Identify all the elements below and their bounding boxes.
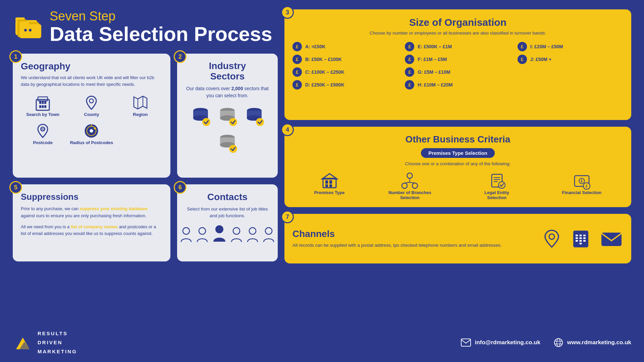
step5-content: 5 Suppressions Prior to any purchase, we… (13, 184, 170, 261)
turnover-label-A: A: <£50K (305, 44, 325, 49)
svg-point-16 (90, 99, 94, 103)
svg-rect-39 (325, 180, 328, 184)
step5-title: Suppressions (21, 192, 162, 202)
turnover-label-F: F: £1M – £5M (418, 57, 447, 62)
logo-line1: RESULTS (38, 329, 77, 338)
svg-point-65 (265, 228, 272, 234)
svg-line-48 (405, 182, 410, 183)
svg-point-60 (183, 228, 190, 234)
step2-content: 2 IndustrySectors Our data covers over 2… (177, 54, 278, 178)
step3-sub: Choose by number or employees or all bus… (292, 30, 623, 37)
step3-badge: 3 (281, 6, 294, 19)
footer-website-text: www.rdmarketing.co.uk (567, 339, 631, 346)
person-icon-4 (246, 227, 259, 244)
footer: RESULTS DRIVEN MARKETING info@rdmarketin… (13, 329, 631, 356)
turnover-label-G: G: £5M – £10M (418, 69, 450, 75)
turnover-J: £ J: £50M + (518, 55, 623, 64)
svg-point-37 (229, 145, 237, 153)
svg-rect-78 (601, 233, 622, 246)
svg-point-23 (90, 129, 93, 133)
turnover-C: £ C: £100K – £250K (292, 67, 398, 77)
svg-rect-40 (329, 180, 332, 184)
header: Seven Step Data Selection Process (13, 9, 272, 45)
logo-line2: DRIVEN (38, 338, 77, 347)
turnover-empty2 (518, 80, 623, 89)
turnover-grid: £ A: <£50K £ E: £500K – £1M £ I: £20M – … (292, 42, 623, 89)
svg-rect-15 (44, 105, 46, 108)
svg-rect-74 (576, 240, 578, 242)
turnover-A: £ A: <£50K (292, 42, 398, 51)
turnover-label-J: J: £50M + (530, 57, 551, 62)
step4-content: 4 Other Business Criteria Premises Type … (284, 127, 631, 207)
header-text: Seven Step Data Selection Process (50, 9, 272, 45)
svg-rect-9 (38, 97, 48, 101)
step1-card: 1 Geography We understand that not all c… (13, 54, 170, 178)
svg-point-64 (249, 228, 256, 234)
svg-point-28 (202, 118, 210, 126)
step1-title: Geography (21, 61, 162, 72)
turnover-H: £ H: £10M – £20M (405, 80, 511, 89)
svg-point-61 (199, 228, 206, 234)
geo-item-radius: Radius of Postcodes (69, 122, 113, 145)
step4-sub: Choose one or a combination of any of th… (292, 161, 623, 166)
pound-icon-F: £ (405, 55, 414, 64)
geo-icons-grid: Search by Town County (21, 94, 162, 145)
db-icons (185, 105, 270, 155)
step6-content: 6 Contacts Select from our extensive lis… (177, 184, 278, 261)
step4-branches-label: Number of Branches Selection (388, 190, 432, 200)
svg-point-45 (412, 183, 418, 188)
step2-body: Our data covers over 2,000 sectors that … (185, 85, 270, 99)
turnover-label-D: D: £250K – £500K (305, 82, 344, 87)
step4-card: 4 Other Business Criteria Premises Type … (284, 127, 631, 207)
svg-rect-77 (580, 243, 582, 244)
svg-rect-70 (583, 235, 586, 236)
turnover-label-E: E: £500K – £1M (418, 44, 452, 49)
step3-title: Size of Organisation (292, 17, 623, 28)
turnover-empty (518, 67, 623, 77)
pound-icon-E: £ (405, 42, 414, 51)
svg-point-54 (498, 182, 505, 188)
step7-body: All records can be supplied with a posta… (292, 242, 502, 249)
step4-legal: Legal Entity Selection (475, 172, 519, 200)
turnover-F: £ F: £1M – £5M (405, 55, 511, 64)
database-icon-4 (216, 131, 239, 155)
step4-premises-label: Premises Type (314, 190, 345, 195)
person-icon-1 (179, 227, 193, 244)
step6-title: Contacts (207, 192, 248, 202)
step5-body1: Prior to any purchase, we can suppress y… (21, 205, 162, 220)
rdm-logo-icon (13, 334, 33, 351)
svg-rect-73 (583, 237, 586, 239)
person-icon-5 (262, 227, 275, 244)
map-icon (131, 94, 150, 112)
geo-item-town: Search by Town (21, 94, 65, 117)
supp-link: suppress your existing database (80, 206, 148, 211)
svg-line-49 (410, 182, 415, 183)
branches-icon (400, 172, 419, 190)
svg-rect-14 (42, 105, 44, 108)
legal-icon (488, 172, 506, 190)
geo-item-county: County (69, 94, 113, 117)
person-icons-row (179, 225, 275, 244)
step4-financial: £ £ Financial Selection (562, 172, 602, 195)
svg-marker-17 (134, 96, 147, 109)
step3-content: 3 Size of Organisation Choose by number … (284, 9, 631, 120)
step4-title: Other Business Criteria (292, 134, 623, 145)
svg-rect-13 (39, 105, 41, 108)
pin-icon (82, 94, 101, 112)
phone-icon (570, 228, 592, 250)
svg-point-6 (24, 29, 27, 32)
step7-title: Channels (292, 229, 502, 239)
svg-point-46 (407, 173, 413, 178)
header-title: Data Selection Process (50, 23, 272, 45)
database-icon-2 (216, 105, 239, 128)
postal-icon (542, 229, 562, 249)
geo-label-radius: Radius of Postcodes (70, 140, 113, 145)
footer-email-icon (461, 339, 471, 347)
svg-rect-68 (576, 235, 578, 236)
svg-point-66 (549, 234, 554, 239)
geo-label-region: Region (133, 112, 148, 117)
financial-icon: £ £ (573, 172, 591, 190)
step7-text: Channels All records can be supplied wit… (292, 229, 502, 249)
turnover-B: £ B: £50K – £100K (292, 55, 398, 64)
pound-icon-C: £ (292, 67, 302, 77)
